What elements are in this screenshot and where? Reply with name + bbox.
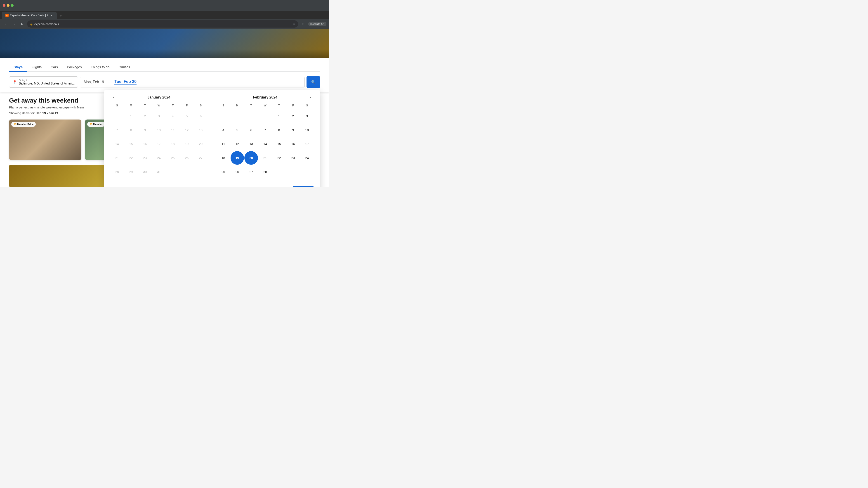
jan-day-12[interactable]: 12: [180, 123, 194, 137]
close-window-button[interactable]: [3, 4, 5, 7]
jan-day-11[interactable]: 11: [166, 123, 180, 137]
jan-day-31[interactable]: 31: [152, 165, 166, 179]
jan-day-30[interactable]: 30: [138, 165, 152, 179]
jan-day-22[interactable]: 22: [124, 151, 138, 165]
jan-day-10[interactable]: 10: [152, 123, 166, 137]
new-tab-button[interactable]: +: [58, 13, 64, 19]
feb-day-14[interactable]: 14: [258, 137, 272, 151]
feb-day-11[interactable]: 11: [217, 137, 230, 151]
member-badge-2: 🏷 Member: [87, 122, 105, 127]
feb-day-6[interactable]: 6: [244, 123, 258, 137]
destination-value: Baltimore, MD, United States of Ameri...: [19, 82, 74, 85]
jan-day-13[interactable]: 13: [194, 123, 208, 137]
search-button[interactable]: 🔍: [307, 76, 320, 88]
feb-day-20[interactable]: 20: [244, 151, 258, 165]
feb-day-19[interactable]: 19: [230, 151, 244, 165]
reload-button[interactable]: ↻: [19, 21, 25, 27]
jan-day-4[interactable]: 4: [166, 109, 180, 123]
jan-day-28[interactable]: 28: [110, 165, 124, 179]
hotel-image-1: 🏷 Member Price: [9, 120, 81, 160]
feb-day-15[interactable]: 15: [272, 137, 286, 151]
destination-field[interactable]: 📍 Going to Baltimore, MD, United States …: [9, 76, 78, 88]
hotel-card-1[interactable]: 🏷 Member Price: [9, 120, 81, 160]
tab-cruises[interactable]: Cruises: [114, 63, 134, 72]
feb-day-1[interactable]: 1: [272, 109, 286, 123]
bookmark-icon[interactable]: ☆: [292, 22, 296, 26]
calendar-next-button[interactable]: ›: [307, 94, 314, 101]
calendar-prev-button[interactable]: ‹: [110, 94, 117, 101]
tab-things-to-do[interactable]: Things to do: [86, 63, 114, 72]
feb-day-4[interactable]: 4: [217, 123, 230, 137]
browser-chrome: [0, 0, 329, 11]
jan-day-15[interactable]: 15: [124, 137, 138, 151]
feb-day-21[interactable]: 21: [258, 151, 272, 165]
nav-tabs: Stays Flights Cars Packages Things to do…: [9, 63, 320, 72]
tab-close-button[interactable]: ✕: [50, 13, 53, 17]
feb-day-17[interactable]: 17: [300, 137, 314, 151]
jan-day-23[interactable]: 23: [138, 151, 152, 165]
back-button[interactable]: ←: [3, 21, 9, 27]
tab-flights[interactable]: Flights: [27, 63, 46, 72]
jan-day-6[interactable]: 6: [194, 109, 208, 123]
feb-day-25[interactable]: 25: [217, 165, 230, 179]
maximize-window-button[interactable]: [11, 4, 13, 7]
feb-day-5[interactable]: 5: [230, 123, 244, 137]
jan-day-2[interactable]: 2: [138, 109, 152, 123]
jan-day-18[interactable]: 18: [166, 137, 180, 151]
feb-day-26[interactable]: 26: [230, 165, 244, 179]
calendars-row: ‹ January 2024 S M T W T F S 1: [110, 95, 314, 179]
feb-day-10[interactable]: 10: [300, 123, 314, 137]
jan-day-21[interactable]: 21: [110, 151, 124, 165]
jan-day-5[interactable]: 5: [180, 109, 194, 123]
date-picker-field[interactable]: Mon, Feb 19 → Tue, Feb 20: [80, 77, 305, 88]
incognito-button[interactable]: Incognito (2): [308, 22, 327, 26]
showing-deals-dates: Jan 19 - Jan 21: [36, 111, 59, 115]
minimize-window-button[interactable]: [7, 4, 9, 7]
feb-day-22[interactable]: 22: [272, 151, 286, 165]
jan-day-8[interactable]: 8: [124, 123, 138, 137]
jan-day-25[interactable]: 25: [166, 151, 180, 165]
jan-day-27[interactable]: 27: [194, 151, 208, 165]
tab-cars[interactable]: Cars: [46, 63, 62, 72]
active-tab[interactable]: E Expedia Member Only Deals | 2 ✕: [2, 12, 57, 19]
feb-day-3[interactable]: 3: [300, 109, 314, 123]
feb-day-16[interactable]: 16: [286, 137, 300, 151]
jan-day-7[interactable]: 7: [110, 123, 124, 137]
address-bar[interactable]: 🔒 expedia.com/deals ☆: [27, 20, 298, 28]
member-badge-label-2: Member: [93, 123, 103, 126]
jan-day-17[interactable]: 17: [152, 137, 166, 151]
feb-day-7[interactable]: 7: [258, 123, 272, 137]
bottom-card-1[interactable]: [9, 165, 110, 187]
jan-day-16[interactable]: 16: [138, 137, 152, 151]
feb-day-23[interactable]: 23: [286, 151, 300, 165]
tab-stays[interactable]: Stays: [9, 63, 27, 72]
feb-day-13[interactable]: 13: [244, 137, 258, 151]
feb-day-2[interactable]: 2: [286, 109, 300, 123]
done-button[interactable]: Done: [293, 186, 314, 187]
feb-day-8[interactable]: 8: [272, 123, 286, 137]
jan-day-14[interactable]: 14: [110, 137, 124, 151]
jan-day-3[interactable]: 3: [152, 109, 166, 123]
extensions-button[interactable]: ⊞: [300, 21, 306, 27]
jan-day-24[interactable]: 24: [152, 151, 166, 165]
feb-day-header-f1: F: [286, 103, 300, 109]
hero-banner: [0, 29, 329, 58]
calendar-january-header: ‹ January 2024: [110, 95, 208, 99]
jan-day-1[interactable]: 1: [124, 109, 138, 123]
jan-day-19[interactable]: 19: [180, 137, 194, 151]
feb-day-27[interactable]: 27: [244, 165, 258, 179]
feb-day-24[interactable]: 24: [300, 151, 314, 165]
day-header-t1: T: [138, 103, 152, 109]
jan-day-20[interactable]: 20: [194, 137, 208, 151]
feb-day-9[interactable]: 9: [286, 123, 300, 137]
jan-day-29[interactable]: 29: [124, 165, 138, 179]
forward-button[interactable]: →: [11, 21, 17, 27]
feb-day-28[interactable]: 28: [258, 165, 272, 179]
jan-day-26[interactable]: 26: [180, 151, 194, 165]
feb-day-18[interactable]: 18: [217, 151, 230, 165]
tab-packages[interactable]: Packages: [62, 63, 86, 72]
feb-day-header-m1: M: [230, 103, 244, 109]
jan-day-9[interactable]: 9: [138, 123, 152, 137]
feb-day-header-s2: S: [300, 103, 314, 109]
feb-day-12[interactable]: 12: [230, 137, 244, 151]
